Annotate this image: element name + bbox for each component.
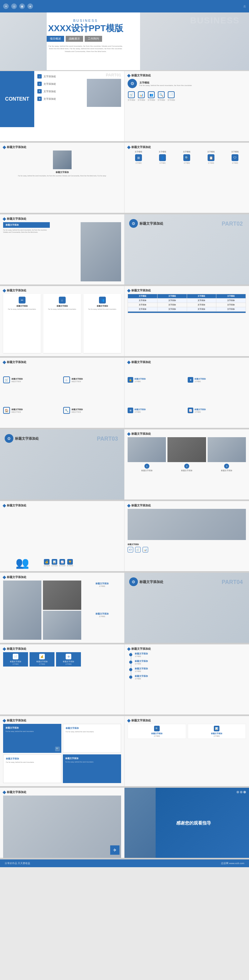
part3-label: PART03 xyxy=(97,436,118,442)
tb1-desc: Far far away, behind the word mountains xyxy=(6,730,59,733)
watermark-left-text: 分享好作品 天天赛收益 xyxy=(5,862,30,865)
slide-9-title-text: 标题文字添加处 xyxy=(132,288,151,293)
tl-title-4: 标题文字添加 xyxy=(135,675,148,678)
tl-item-2: 标题文字添加 文字模组 xyxy=(128,660,246,665)
main-title: XXXX设计PPT模版 xyxy=(47,22,125,34)
ic-2: 📊 文字添加 xyxy=(51,559,57,566)
icon-label-2: 文字添加 xyxy=(138,99,145,102)
icon-item-3: 👥 文字添加 xyxy=(147,91,155,102)
slide-18-title: 标题文字添加处 xyxy=(3,647,27,651)
slide-9-title: 标题文字添加处 xyxy=(128,288,151,293)
home-icon: ⌂ xyxy=(59,297,66,304)
s15-label: 标题文字添加 xyxy=(128,543,246,546)
cell2-title: 标题文字添加 xyxy=(71,378,83,380)
card-1: ✏ 标题文字添加 Far far away, behind the word m… xyxy=(3,294,41,353)
gt2-title: 标题文字添加 xyxy=(84,612,119,616)
col1-desc: 文字模组 xyxy=(128,162,149,164)
flow-boxes: 📄 标题文字添加 文字模组 💰 标题文字添加 文字模组 ⚙ 标题文字添加 文字模… xyxy=(3,652,121,667)
s15-icons: 🏷 🛒 📊 xyxy=(128,547,246,552)
td-3-1: 文字添加 xyxy=(128,307,157,312)
text-box-2: 标题文字添加 Far far away, behind the word mou… xyxy=(63,724,121,753)
slide-3: 标题文字添加处 ⚙ 文字模组 Far far away, behind the … xyxy=(125,71,249,141)
slide-20-content: 标题文字添加 Far far away, behind the word mou… xyxy=(3,724,121,783)
tab-3[interactable]: 工作阵列 xyxy=(85,36,102,42)
gt1-desc: 文字模组 xyxy=(84,585,119,587)
tb2-title: 标题文字添加 xyxy=(66,727,118,730)
slide-2: CONTENT ⌂ 文字添加处 ≡ 文字添加处 ✦ 文字添加处 ◈ 文字添加处 … xyxy=(0,71,125,141)
title-diamond-20 xyxy=(3,719,6,722)
slide-3-content: ⚙ 文字模组 Far far away, behind the word mou… xyxy=(128,79,246,138)
money-icon: 💰 xyxy=(44,559,49,565)
grid-img-3 xyxy=(43,611,81,640)
s21-desc-2: 文字模组 xyxy=(190,735,244,737)
s21-card-1: 🔍 标题文字添加 文字模组 xyxy=(128,724,186,739)
col3-label: 文字模组 xyxy=(176,151,198,153)
pair-3: 标题文字添加处 标题文字添加 Far far away, behind the … xyxy=(0,215,249,285)
tl-desc-3: 文字模组 xyxy=(135,670,148,672)
content-blue-panel: CONTENT xyxy=(0,71,34,127)
pair-1: CONTENT ⌂ 文字添加处 ≡ 文字添加处 ✦ 文字添加处 ◈ 文字添加处 … xyxy=(0,71,249,142)
card3-desc: Far far away, behind the word mountains xyxy=(85,308,119,310)
slide-20-title-text: 标题文字添加处 xyxy=(7,719,27,722)
slide-19-title: 标题文字添加处 xyxy=(128,647,151,651)
img-2 xyxy=(167,437,206,462)
pair-5: 标题文字添加处 🛒 标题文字添加 标题文字添加 ⌂ 标题文字添加 标题文字添加 … xyxy=(0,358,249,428)
side-photo xyxy=(87,79,121,107)
slide-7: ⚙ 标题文字添加处 PART02 xyxy=(125,215,249,285)
pair-11: 标题文字添加处 ✈ 感谢您的观看指导 xyxy=(0,788,249,859)
left-desc: Far far away, behind the word mountains,… xyxy=(3,229,50,233)
col-4: 文字模组 📋 文字模组 xyxy=(200,151,222,210)
td-3-2: 文字添加 xyxy=(157,307,187,312)
corner-icon: ✈ xyxy=(110,845,119,855)
text-box-1: 标题文字添加 Far far away, behind the word mou… xyxy=(3,724,61,753)
text-box-4: 标题文字添加 Far far away, behind the word mou… xyxy=(63,754,121,783)
flow-box-3: ⚙ 标题文字添加 文字模组 xyxy=(56,652,81,667)
grid-cell-1: 🛒 标题文字添加 标题文字添加 xyxy=(3,366,61,394)
td-2-3: 文字添加 xyxy=(187,303,216,307)
slide-16-title-text: 标题文字添加处 xyxy=(7,575,27,579)
slide-18-content: 📄 标题文字添加 文字模组 💰 标题文字添加 文字模组 ⚙ 标题文字添加 文字模… xyxy=(3,652,121,711)
title-diamond-4 xyxy=(3,146,6,149)
pair-6: ⚙ 标题文字添加处 PART03 标题文字添加处 1 标题文字添加 2 xyxy=(0,430,249,500)
icon-label-4: 文字添加 xyxy=(157,99,165,102)
td-3-4: 文字添加 xyxy=(216,307,246,312)
card2-title: 标题文字添加 xyxy=(45,305,79,307)
slide-9: 标题文字添加处 文字模组 文字模组 文字模组 文字模组 文字添加 文字添加 文字… xyxy=(125,286,249,356)
s21-title-2: 标题文字添加 xyxy=(190,732,244,735)
pair-9: 标题文字添加处 📄 标题文字添加 文字模组 💰 标题文字添加 文字模组 ⚙ 标题… xyxy=(0,644,249,715)
center-label: 标题文字添加 xyxy=(3,171,121,174)
slide-8-title-text: 标题文字添加处 xyxy=(7,288,27,293)
td-2-4: 文字添加 xyxy=(216,303,246,307)
gear-icon-3: ⚙ xyxy=(5,434,13,443)
grid-cell-1-text: 标题文字添加 标题文字添加 xyxy=(11,378,23,382)
tab-1[interactable]: 项目概述 xyxy=(47,36,64,42)
cell4-sub: 标题文字添加 xyxy=(71,411,83,413)
header-right-label: 志 xyxy=(243,5,246,8)
step-2: 2 标题文字添加 xyxy=(167,464,206,472)
card2-desc: Far far away, behind the word mountains xyxy=(45,308,79,310)
tl-item-4: 标题文字添加 文字模组 xyxy=(128,675,246,679)
td-1-3: 文字添加 xyxy=(187,299,216,303)
cell4-title: 标题文字添加 xyxy=(71,408,83,411)
slide-12: ⚙ 标题文字添加处 PART03 xyxy=(0,430,125,500)
card-2: ⌂ 标题文字添加 Far far away, behind the word m… xyxy=(43,294,81,353)
th-4: 文字模组 xyxy=(216,294,246,299)
part3-icon-row: ⚙ 标题文字添加处 xyxy=(5,434,39,443)
title-box: BUSINESS XXXX设计PPT模版 项目概述 战略展示 工作阵列 Far … xyxy=(47,19,125,48)
tb4-title: 标题文字添加 xyxy=(65,757,119,760)
tab-2[interactable]: 战略展示 xyxy=(66,36,83,42)
col-3: 文字模组 🔍 文字模组 xyxy=(176,151,198,210)
pair-8: 标题文字添加处 标题文字添加 文字模组 标题文字添加 文字模组 xyxy=(0,573,249,643)
grid-right: 标题文字添加 文字模组 标题文字添加 文字模组 xyxy=(83,581,121,640)
icon-item-2: 📊 文字添加 xyxy=(138,91,145,102)
ic-3: 📈 文字添加 xyxy=(59,559,65,566)
chart-icon-3: 📊 xyxy=(143,547,148,552)
bg-text: BUSINESS xyxy=(190,16,239,25)
tl-title-3: 标题文字添加 xyxy=(135,667,148,670)
trend-icon: 📈 xyxy=(59,559,65,565)
tag-icon: 🏷 xyxy=(128,547,133,552)
slide-14-title-text: 标题文字添加处 xyxy=(7,504,27,508)
last-photo xyxy=(3,795,121,858)
th-3: 文字模组 xyxy=(187,294,216,299)
title-diamond-22 xyxy=(3,791,6,794)
